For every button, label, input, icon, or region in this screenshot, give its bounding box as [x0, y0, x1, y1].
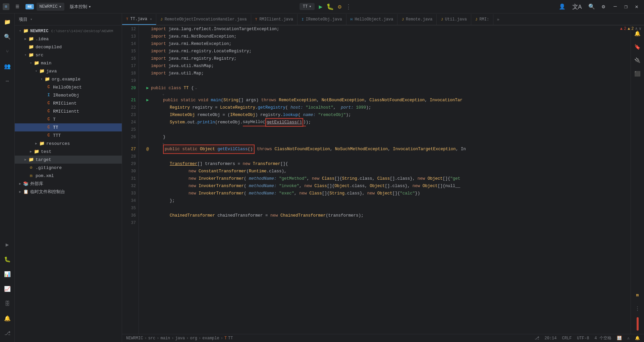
T-icon: C [46, 117, 52, 122]
breadcrumb-project[interactable]: NEWRMIC [126, 336, 143, 341]
debug-button[interactable]: 🐛 [326, 3, 334, 10]
line-num-34: 34 [125, 197, 136, 205]
line-endings[interactable]: CRLF [562, 336, 572, 341]
more-run-options[interactable]: ⋮ [345, 3, 352, 10]
sidebar-item-gitignore[interactable]: ⊘ .gitignore [15, 164, 122, 172]
tab-rmi-label: RMI: [479, 17, 489, 22]
database-tool-icon[interactable]: 🗄 [1, 298, 13, 310]
right-toolbar: 🔔 🔖 🔌 ⬛ m ⋮ [631, 25, 644, 334]
sidebar-item-target[interactable]: ▶ 📁 target [15, 156, 122, 164]
tab-RMIClient[interactable]: T RMIClient.java [251, 14, 298, 25]
tab-Util[interactable]: J Util.java [437, 14, 471, 25]
coverage-tool-icon[interactable]: 📊 [1, 268, 13, 280]
breadcrumb-main[interactable]: main [160, 336, 170, 341]
bookmark-right-icon[interactable]: 🔖 [632, 42, 643, 52]
tab-more-button[interactable]: » [493, 14, 503, 25]
scroll-up-icon[interactable]: ∧ [635, 26, 638, 31]
breadcrumb-java[interactable]: java [175, 336, 185, 341]
code-content[interactable]: import java.lang.reflect.InvocationTarge… [139, 25, 631, 334]
sidebar-item-HelloObject[interactable]: C HelloObject [15, 83, 122, 91]
sidebar-item-TT[interactable]: C TT [15, 123, 122, 131]
sidebar-item-T[interactable]: C T [15, 115, 122, 123]
tab-iremote-label: IRemoteObj.java [306, 17, 342, 22]
restore-button[interactable]: ❐ [621, 2, 631, 11]
terminal-right-icon[interactable]: ⬛ [632, 68, 643, 79]
sidebar-item-RMIClientt[interactable]: C RMIClientt [15, 107, 122, 115]
vcs-tool-icon[interactable]: ⑂ [1, 46, 13, 58]
profile-button[interactable]: ⚙ [338, 3, 341, 10]
tab-TT[interactable]: T TT.java ✕ [122, 14, 156, 25]
line-num-13: 13 [125, 33, 136, 40]
sidebar-title-arrow[interactable]: ▾ [30, 17, 33, 21]
notification-bell[interactable]: 🔔 [635, 336, 640, 341]
gitignore-label: .gitignore [36, 165, 62, 170]
git-status[interactable]: ⎇ [535, 336, 539, 341]
windows-icon[interactable]: 🪟 [617, 336, 622, 341]
breadcrumb-sep2: › [157, 336, 159, 341]
sidebar-item-pom[interactable]: m pom.xml [15, 172, 122, 180]
structure-icon[interactable]: ⋮ [632, 303, 643, 314]
sidebar-item-test[interactable]: ▶ 📁 test [15, 148, 122, 156]
tab-IRemoteObj[interactable]: I IRemoteObj.java [298, 14, 346, 25]
run-tool-icon[interactable]: ▶ [1, 239, 13, 251]
vcs-selector[interactable]: 版本控制 ▾ [67, 2, 94, 11]
charset[interactable]: UTF-8 [577, 336, 589, 341]
cursor-position[interactable]: 20:14 [545, 336, 557, 341]
sidebar-item-idea[interactable]: ▶ 📁 .idea [15, 35, 122, 43]
warning-count[interactable]: 2 [631, 26, 634, 31]
fold-icon-20[interactable]: ⌄ [195, 84, 197, 92]
error-count[interactable]: 2 [624, 26, 626, 31]
debug-tool-icon[interactable]: 🐛 [1, 253, 13, 266]
git-tool-icon[interactable]: ⎇ [1, 327, 13, 339]
close-button[interactable]: ✕ [632, 2, 641, 11]
sidebar-item-org-example[interactable]: ▾ 📁 org.example [15, 75, 122, 83]
line-num-15: 15 [125, 48, 136, 55]
newrmic-label: NEWRMIC C:\Users\14341\Desktop\NEWRM [30, 28, 113, 34]
warn-status-icon[interactable]: ⚠ [627, 336, 630, 341]
tab-util-label: Util.java [445, 17, 467, 22]
run-button[interactable]: ▶ [319, 3, 322, 10]
line-num-30: 30 [125, 168, 136, 175]
people-tool-icon[interactable]: 👥 [1, 60, 13, 72]
search-tool-icon[interactable]: 🔍 [1, 31, 13, 43]
event-log-icon[interactable]: 🔔 [1, 312, 13, 325]
sidebar-item-main[interactable]: ▾ 📁 main [15, 59, 122, 67]
app-logo[interactable]: ⊞ [3, 3, 9, 10]
sidebar-item-IRemoteObj[interactable]: I IRemoteObj [15, 91, 122, 99]
indent[interactable]: 4 个空格 [594, 335, 611, 341]
menu-item-hamburger[interactable]: ☰ [12, 3, 23, 11]
sidebar-item-decompiled[interactable]: 📁 decompiled [15, 43, 122, 51]
sidebar-item-TTT[interactable]: C TTT [15, 131, 122, 139]
tab-HelloObject[interactable]: H HelloObject.java [346, 14, 398, 25]
line-num-24: 24 [125, 119, 136, 126]
more-tools-icon[interactable]: ⋯ [1, 75, 13, 87]
project-selector[interactable]: NEWRMIC ▾ [37, 3, 64, 11]
profile-icon[interactable]: 👤 [557, 2, 567, 11]
plugin-icon[interactable]: 🔌 [632, 55, 643, 66]
breadcrumb-src[interactable]: src [148, 336, 156, 341]
tab-Remote[interactable]: J Remote.java [397, 14, 437, 25]
test-folder-icon: 📁 [34, 149, 40, 154]
ai-icon[interactable]: m [632, 290, 643, 300]
settings-icon[interactable]: ⚙ [600, 2, 606, 11]
scroll-down-icon[interactable]: ∨ [639, 26, 641, 31]
sidebar-item-resources[interactable]: ▶ 📁 resources [15, 139, 122, 148]
sidebar-item-src[interactable]: ▾ 📁 src [15, 51, 122, 59]
resources-label: resources [46, 141, 70, 146]
tab-RMI[interactable]: J RMI: [471, 14, 493, 25]
breadcrumb-example[interactable]: example [202, 336, 219, 341]
tab-RemoteObjectInvocationHandler[interactable]: J RemoteObjectInvocationHandler.java [156, 14, 251, 25]
minimize-button[interactable]: ─ [610, 2, 620, 11]
sidebar-item-java[interactable]: ▾ 📁 java [15, 67, 122, 75]
translate-icon[interactable]: 文A [571, 1, 583, 12]
sidebar-item-RMIClient[interactable]: C RMIClient [15, 99, 122, 107]
sidebar-item-external-libs[interactable]: ▶ 📚 外部库 [15, 180, 122, 188]
profiler-tool-icon[interactable]: 📈 [1, 283, 13, 295]
breadcrumb-org[interactable]: org [190, 336, 197, 341]
breadcrumb-tt[interactable]: TT [228, 336, 233, 341]
folder-tool-icon[interactable]: 📁 [1, 16, 13, 28]
sidebar-item-temp[interactable]: ▶ 📋 临时文件和控制台 [15, 188, 122, 196]
sidebar-item-newrmic[interactable]: ▾ 📁 NEWRMIC C:\Users\14341\Desktop\NEWRM [15, 27, 122, 35]
tab-TT-close[interactable]: ✕ [150, 17, 152, 21]
search-icon[interactable]: 🔍 [587, 2, 596, 11]
